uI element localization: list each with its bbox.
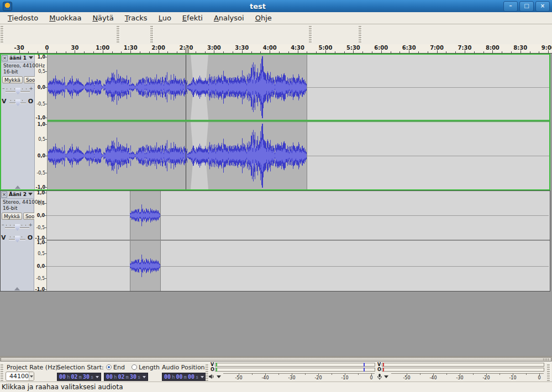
meter-scale-label: -30 xyxy=(288,375,295,380)
selbar-end-grip[interactable] xyxy=(547,363,550,381)
menu-tiedosto[interactable]: Tiedosto xyxy=(2,12,44,24)
timeline-ruler[interactable]: -300301:001:302:002:303:003:304:004:305:… xyxy=(0,44,552,54)
menu-ohje[interactable]: Ohje xyxy=(250,12,277,24)
ruler-tick xyxy=(362,51,363,53)
selection-start-field[interactable]: 00h02m30s xyxy=(57,373,101,381)
track-1-channel-separator xyxy=(48,120,549,122)
scale-label: -0,5 xyxy=(36,101,45,106)
meter-scale-label: -40 xyxy=(429,375,437,380)
ruler-tick xyxy=(492,50,493,53)
track-2-vertical-ruler[interactable]: 1,00,50,0-0,5-1,0 1,00,50,0-0,5-1,0 xyxy=(34,191,47,291)
track-2-gain-thumb[interactable] xyxy=(15,224,20,231)
recording-meter[interactable]: V O -50-40-30-20-100 xyxy=(377,362,546,382)
playback-meter[interactable]: V O -50-40-30-20-100 xyxy=(206,362,377,382)
meter-scale-label: -50 xyxy=(403,375,410,380)
selection-end-field[interactable]: 00h02m30s xyxy=(104,373,148,381)
length-radio-label: Length xyxy=(139,364,160,371)
scale-label: -1,0 xyxy=(36,184,46,189)
recording-meter-mic-icon[interactable] xyxy=(377,374,382,380)
timefield-dropdown-icon[interactable] xyxy=(96,376,99,378)
status-bar: Klikkaa ja raahaa valitaksesi audiota xyxy=(0,382,552,392)
track-1-name[interactable]: ääni 1 xyxy=(9,55,27,61)
tools-toolbar-grip[interactable] xyxy=(117,26,120,43)
menu-muokkaa[interactable]: Muokkaa xyxy=(44,12,87,24)
audio-position-field[interactable]: 00h00m00s xyxy=(162,373,206,381)
timefield-dropdown-icon[interactable] xyxy=(201,376,204,378)
transcription-toolbar-grip[interactable] xyxy=(309,26,312,43)
meter-dropdown-icon[interactable] xyxy=(217,375,221,378)
project-rate-combo[interactable]: 44100 xyxy=(6,372,34,381)
scrollbar-grip-icon xyxy=(543,358,549,361)
track-1-collapse-icon[interactable] xyxy=(15,186,20,189)
recording-meter-bar-left xyxy=(382,363,544,367)
scale-label: 0,0 xyxy=(38,153,45,158)
meter-scale-tick xyxy=(265,373,266,375)
meter-scale-tick xyxy=(292,373,292,375)
end-radio[interactable] xyxy=(106,364,112,370)
track-2-menu-icon[interactable] xyxy=(28,193,33,195)
audacity-window: test – □ × TiedostoMuokkaaNäytäTracksLuo… xyxy=(0,0,552,392)
meter-scale-tick xyxy=(332,373,332,375)
track-1-mute-button[interactable]: Mykkä xyxy=(2,76,23,83)
track-2-pan-thumb[interactable] xyxy=(15,236,20,242)
scale-label: 1,0 xyxy=(38,122,45,127)
track-2-name[interactable]: Ääni 2 xyxy=(9,192,27,197)
track-2-pan-slider[interactable] xyxy=(6,235,29,242)
track-1-channel-2-waveform[interactable] xyxy=(48,122,549,189)
horizontal-scrollbar-thumb[interactable] xyxy=(1,357,551,362)
playback-peak-indicator xyxy=(364,368,365,372)
track-1-gain-thumb[interactable] xyxy=(15,88,20,94)
meter-scale-label: -50 xyxy=(235,375,242,380)
ruler-cursor-marker xyxy=(185,47,189,53)
meter-scale-label: 0 xyxy=(538,375,540,380)
scale-tick xyxy=(45,278,46,279)
mixer-toolbar-grip[interactable] xyxy=(150,26,154,43)
menu-efekti[interactable]: Efekti xyxy=(177,12,208,24)
track-1-gain-slider[interactable]: –+ xyxy=(2,87,33,94)
audio-position-label: Audio Position: xyxy=(162,364,207,371)
close-button[interactable]: × xyxy=(535,1,550,12)
track-1-menu-icon[interactable] xyxy=(29,56,33,59)
rate-combo-arrow[interactable] xyxy=(29,372,34,380)
track-1-channel-1-waveform[interactable] xyxy=(48,55,549,120)
meter-dropdown-icon[interactable] xyxy=(384,375,388,378)
length-radio[interactable] xyxy=(132,364,137,370)
edit-toolbar-grip[interactable] xyxy=(359,26,362,43)
timefield-dropdown-icon[interactable] xyxy=(143,376,146,378)
track-2-close-icon[interactable]: × xyxy=(1,192,7,198)
maximize-button[interactable]: □ xyxy=(519,1,534,12)
meter-scale-tick xyxy=(358,373,359,375)
track-2-gain-slider[interactable]: –+ xyxy=(2,223,33,231)
track-1-pan-slider[interactable] xyxy=(6,98,29,106)
meter-scale-tick xyxy=(539,373,540,375)
track-1-pan-thumb[interactable] xyxy=(15,99,20,106)
menu-analysoi[interactable]: Analysoi xyxy=(208,12,250,24)
menu-nyt[interactable]: Näytä xyxy=(87,12,119,24)
ruler-tick xyxy=(399,51,400,53)
track-2-channel-2-waveform[interactable] xyxy=(47,241,549,291)
track-2-waveform-area xyxy=(47,191,550,291)
meter-scale-tick xyxy=(252,373,253,375)
minimize-button[interactable]: – xyxy=(503,1,518,12)
track-2: × Ääni 2 Stereo, 44100Hz 16-bit Mykkä So… xyxy=(0,190,550,292)
track-2-collapse-icon[interactable] xyxy=(14,287,20,290)
track-1-vertical-ruler[interactable]: 1,00,50,0-0,5-1,0 1,00,50,0-0,5-1,0 xyxy=(35,55,48,189)
track-2-channel-1-waveform[interactable] xyxy=(47,191,549,240)
playback-peak-indicator xyxy=(364,363,365,367)
menu-tracks[interactable]: Tracks xyxy=(119,12,153,24)
playback-meter-speaker-icon[interactable] xyxy=(209,374,215,379)
meter-scale-tick xyxy=(420,373,420,375)
scale-tick xyxy=(45,87,47,88)
scale-tick xyxy=(45,266,46,267)
ruler-tick xyxy=(335,51,335,53)
meter-scale-tick xyxy=(318,373,319,375)
meter-scale-tick xyxy=(500,373,500,375)
meter-scale-tick xyxy=(446,373,447,375)
transport-toolbar-grip[interactable] xyxy=(1,26,4,43)
selection-toolbar-grip[interactable] xyxy=(1,363,4,381)
scale-label: 0,0 xyxy=(37,213,45,218)
title-bar[interactable]: test – □ × xyxy=(0,0,552,12)
track-2-mute-button[interactable]: Mykkä xyxy=(2,213,22,220)
track-1-close-icon[interactable]: × xyxy=(2,55,8,61)
menu-luo[interactable]: Luo xyxy=(153,12,177,24)
